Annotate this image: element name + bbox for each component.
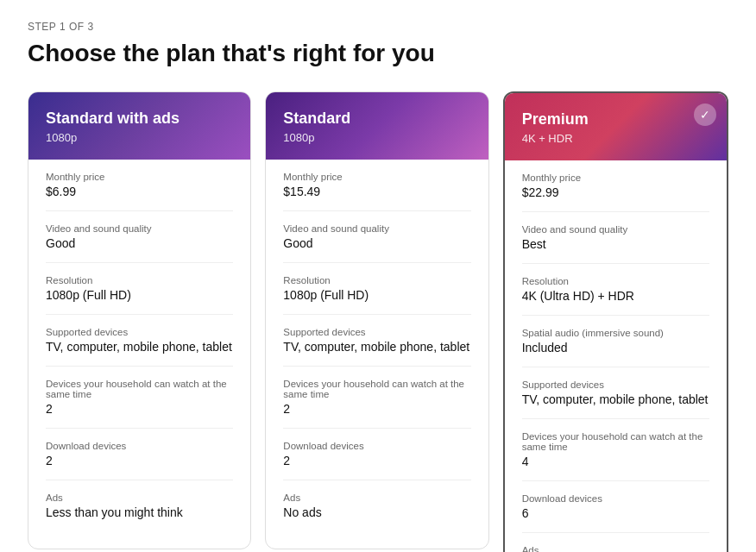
plan-header-premium: Premium4K + HDR✓ xyxy=(505,93,727,160)
plan-card-standard-ads[interactable]: Standard with ads1080pMonthly price$6.99… xyxy=(28,91,251,549)
row-value-premium-6: 6 xyxy=(522,506,709,520)
row-label-standard-4: Devices your household can watch at the … xyxy=(283,379,470,399)
row-label-standard-0: Monthly price xyxy=(283,172,470,182)
plan-name-premium: Premium xyxy=(522,110,709,129)
plans-container: Standard with ads1080pMonthly price$6.99… xyxy=(28,91,728,552)
row-label-standard-5: Download devices xyxy=(283,441,470,451)
plan-resolution-standard: 1080p xyxy=(283,131,470,144)
row-label-standard-ads-4: Devices your household can watch at the … xyxy=(46,379,233,399)
plan-row-standard-ads-1: Video and sound qualityGood xyxy=(46,211,233,263)
row-label-premium-5: Devices your household can watch at the … xyxy=(522,431,709,452)
row-label-premium-6: Download devices xyxy=(522,493,709,504)
plan-card-premium[interactable]: Premium4K + HDR✓Monthly price$22.99Video… xyxy=(503,91,728,552)
plan-resolution-standard-ads: 1080p xyxy=(46,131,233,144)
row-label-premium-0: Monthly price xyxy=(522,172,709,183)
row-value-standard-ads-2: 1080p (Full HD) xyxy=(46,288,233,302)
plan-row-premium-2: Resolution4K (Ultra HD) + HDR xyxy=(522,264,709,316)
row-value-premium-5: 4 xyxy=(522,455,709,468)
plan-body-standard-ads: Monthly price$6.99Video and sound qualit… xyxy=(28,160,250,549)
plan-row-standard-ads-4: Devices your household can watch at the … xyxy=(46,367,233,429)
row-label-standard-ads-3: Supported devices xyxy=(46,327,233,337)
row-label-premium-7: Ads xyxy=(522,545,709,552)
row-label-standard-ads-2: Resolution xyxy=(46,275,233,285)
plan-resolution-premium: 4K + HDR xyxy=(522,132,709,145)
plan-card-standard[interactable]: Standard1080pMonthly price$15.49Video an… xyxy=(265,91,488,549)
plan-row-standard-4: Devices your household can watch at the … xyxy=(283,367,470,429)
plan-row-standard-6: AdsNo ads xyxy=(283,480,470,531)
row-label-premium-3: Spatial audio (immersive sound) xyxy=(522,328,709,338)
row-label-standard-6: Ads xyxy=(283,492,470,503)
selected-check-icon: ✓ xyxy=(694,104,716,126)
row-value-standard-5: 2 xyxy=(283,454,470,467)
plan-name-standard-ads: Standard with ads xyxy=(46,110,233,128)
row-label-standard-ads-6: Ads xyxy=(46,492,233,503)
plan-row-premium-0: Monthly price$22.99 xyxy=(522,160,709,212)
row-value-standard-ads-6: Less than you might think xyxy=(46,505,233,519)
plan-row-premium-1: Video and sound qualityBest xyxy=(522,212,709,264)
row-value-standard-ads-3: TV, computer, mobile phone, tablet xyxy=(46,340,233,354)
plan-row-standard-1: Video and sound qualityGood xyxy=(283,211,470,263)
row-value-standard-1: Good xyxy=(283,236,470,250)
row-value-premium-0: $22.99 xyxy=(522,185,709,199)
page-title: Choose the plan that's right for you xyxy=(28,40,728,67)
plan-row-standard-ads-3: Supported devicesTV, computer, mobile ph… xyxy=(46,315,233,367)
row-label-standard-2: Resolution xyxy=(283,275,470,285)
row-value-standard-ads-5: 2 xyxy=(46,454,233,467)
row-label-standard-1: Video and sound quality xyxy=(283,223,470,234)
plan-name-standard: Standard xyxy=(283,110,470,128)
plan-row-standard-ads-5: Download devices2 xyxy=(46,429,233,480)
row-label-standard-ads-0: Monthly price xyxy=(46,172,233,182)
row-value-premium-2: 4K (Ultra HD) + HDR xyxy=(522,289,709,303)
plan-row-standard-2: Resolution1080p (Full HD) xyxy=(283,263,470,315)
row-value-standard-4: 2 xyxy=(283,402,470,416)
row-value-standard-6: No ads xyxy=(283,505,470,519)
plan-header-standard: Standard1080p xyxy=(266,92,488,160)
row-value-standard-ads-1: Good xyxy=(46,236,233,250)
plan-row-premium-4: Supported devicesTV, computer, mobile ph… xyxy=(522,367,709,419)
row-label-premium-4: Supported devices xyxy=(522,380,709,390)
row-value-premium-1: Best xyxy=(522,237,709,251)
plan-row-premium-7: AdsNo ads xyxy=(522,533,709,552)
plan-row-premium-3: Spatial audio (immersive sound)Included xyxy=(522,316,709,367)
row-value-premium-4: TV, computer, mobile phone, tablet xyxy=(522,392,709,406)
row-label-standard-ads-1: Video and sound quality xyxy=(46,223,233,234)
row-label-standard-ads-5: Download devices xyxy=(46,441,233,451)
row-value-standard-ads-0: $6.99 xyxy=(46,185,233,198)
plan-row-premium-5: Devices your household can watch at the … xyxy=(522,419,709,481)
row-value-standard-ads-4: 2 xyxy=(46,402,233,416)
plan-body-premium: Monthly price$22.99Video and sound quali… xyxy=(505,160,727,552)
row-label-premium-2: Resolution xyxy=(522,276,709,286)
row-label-premium-1: Video and sound quality xyxy=(522,224,709,235)
plan-row-standard-ads-0: Monthly price$6.99 xyxy=(46,160,233,211)
plan-row-premium-6: Download devices6 xyxy=(522,481,709,533)
plan-row-standard-5: Download devices2 xyxy=(283,429,470,480)
row-value-standard-0: $15.49 xyxy=(283,185,470,198)
step-label: STEP 1 OF 3 xyxy=(28,21,728,33)
plan-row-standard-ads-2: Resolution1080p (Full HD) xyxy=(46,263,233,315)
plan-row-standard-3: Supported devicesTV, computer, mobile ph… xyxy=(283,315,470,367)
row-value-standard-3: TV, computer, mobile phone, tablet xyxy=(283,340,470,354)
row-value-premium-3: Included xyxy=(522,341,709,354)
plan-row-standard-0: Monthly price$15.49 xyxy=(283,160,470,211)
row-value-standard-2: 1080p (Full HD) xyxy=(283,288,470,302)
row-label-standard-3: Supported devices xyxy=(283,327,470,337)
plan-row-standard-ads-6: AdsLess than you might think xyxy=(46,480,233,531)
plan-header-standard-ads: Standard with ads1080p xyxy=(28,92,250,160)
plan-body-standard: Monthly price$15.49Video and sound quali… xyxy=(266,160,488,549)
